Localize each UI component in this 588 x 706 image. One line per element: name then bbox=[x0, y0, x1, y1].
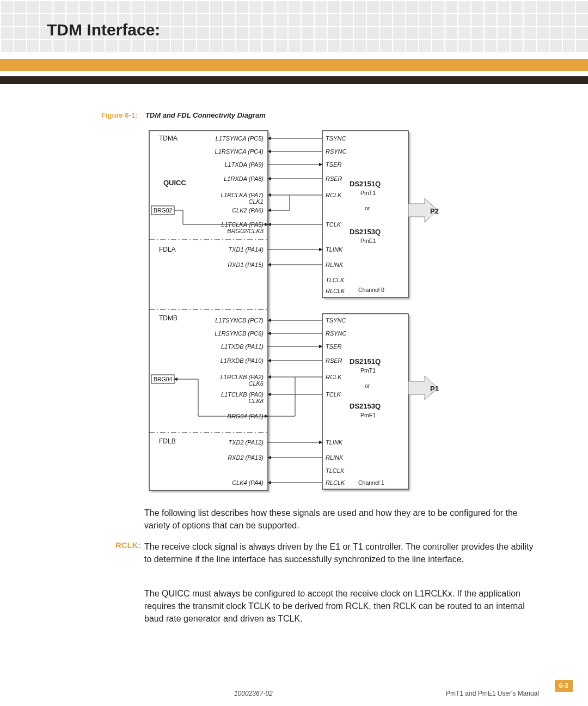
svg-text:L1RCLKB (PA2): L1RCLKB (PA2) bbox=[220, 374, 264, 380]
svg-text:RXD2 (PA13): RXD2 (PA13) bbox=[228, 454, 264, 461]
label-or-0: or bbox=[365, 205, 370, 211]
footer-pagenum: 6-3 bbox=[555, 680, 573, 692]
svg-text:CLK4 (PA4): CLK4 (PA4) bbox=[232, 479, 264, 486]
svg-text:BRG04 (PA1): BRG04 (PA1) bbox=[228, 413, 264, 419]
svg-text:TLINK: TLINK bbox=[326, 439, 343, 446]
svg-text:L1RSYNCA (PC4): L1RSYNCA (PC4) bbox=[215, 148, 264, 155]
svg-text:CLK8: CLK8 bbox=[248, 398, 264, 404]
page-title: TDM Interface: bbox=[47, 21, 160, 39]
svg-text:RSER: RSER bbox=[326, 357, 342, 364]
svg-text:L1TCLKA (PA5): L1TCLKA (PA5) bbox=[221, 221, 264, 228]
svg-text:CLK1: CLK1 bbox=[248, 198, 264, 205]
label-pme1-1: PmE1 bbox=[360, 412, 376, 418]
connectivity-diagram: TDMA QUICC FDLA TDMB FDLB DS2151Q PmT1 o… bbox=[144, 127, 449, 496]
svg-text:RLCLK: RLCLK bbox=[326, 288, 345, 294]
svg-rect-5 bbox=[322, 314, 408, 489]
svg-text:P2: P2 bbox=[430, 207, 439, 215]
svg-text:RSYNC: RSYNC bbox=[326, 148, 347, 155]
svg-text:TLCLK: TLCLK bbox=[326, 277, 345, 283]
svg-text:CLK6: CLK6 bbox=[248, 380, 264, 387]
svg-text:TSYNC: TSYNC bbox=[326, 135, 346, 142]
figure-label: Figure 6-1: bbox=[101, 111, 137, 119]
label-ds2151q-1: DS2151Q bbox=[350, 357, 381, 366]
svg-text:RSER: RSER bbox=[326, 175, 342, 182]
svg-text:TCLK: TCLK bbox=[326, 221, 341, 228]
svg-text:RLINK: RLINK bbox=[326, 261, 344, 268]
svg-text:TCLK: TCLK bbox=[326, 391, 341, 398]
label-brg02: BRG02 bbox=[154, 207, 173, 214]
rclk-label: RCLK: bbox=[115, 540, 141, 550]
label-fdla: FDLA bbox=[159, 246, 176, 253]
svg-text:L1TXDA (PA9): L1TXDA (PA9) bbox=[224, 161, 264, 168]
svg-text:L1TCLKB (PA0): L1TCLKB (PA0) bbox=[221, 391, 264, 398]
page: TDM Interface: Figure 6-1: TDM and FDL C… bbox=[0, 0, 588, 706]
orange-band bbox=[0, 59, 588, 71]
svg-text:L1RXDA (PA8): L1RXDA (PA8) bbox=[224, 175, 264, 182]
port-p1-arrow: P1 bbox=[408, 376, 439, 400]
label-brg04: BRG04 bbox=[154, 376, 173, 382]
svg-text:L1RCLKA (PA7): L1RCLKA (PA7) bbox=[220, 192, 264, 198]
svg-text:L1TSYNCA (PC5): L1TSYNCA (PC5) bbox=[216, 135, 264, 142]
label-channel0: Channel 0 bbox=[358, 287, 384, 293]
svg-text:RLCLK: RLCLK bbox=[326, 479, 345, 486]
svg-text:L1RSYNCB (PC6): L1RSYNCB (PC6) bbox=[215, 330, 264, 337]
rclk-paragraph-1: The receive clock signal is always drive… bbox=[144, 540, 539, 565]
label-tdma: TDMA bbox=[159, 135, 177, 142]
svg-text:TSYNC: TSYNC bbox=[326, 317, 346, 324]
svg-text:RXD1 (PA15): RXD1 (PA15) bbox=[228, 261, 264, 268]
label-ds2153q-1: DS2153Q bbox=[350, 402, 381, 410]
svg-text:L1TXDB (PA11): L1TXDB (PA11) bbox=[221, 343, 264, 350]
svg-text:L1RXDB (PA10): L1RXDB (PA10) bbox=[220, 357, 264, 364]
svg-text:RCLK: RCLK bbox=[326, 374, 342, 380]
figure-caption: Figure 6-1: TDM and FDL Connectivity Dia… bbox=[101, 111, 266, 119]
svg-text:TLINK: TLINK bbox=[326, 246, 343, 253]
svg-text:L1TSYNCB (PC7): L1TSYNCB (PC7) bbox=[215, 317, 264, 324]
label-or-1: or bbox=[365, 382, 370, 389]
svg-text:RLINK: RLINK bbox=[326, 454, 344, 461]
footer-docnum: 10002367-02 bbox=[234, 690, 273, 697]
svg-text:TSER: TSER bbox=[326, 161, 341, 168]
label-fdlb: FDLB bbox=[159, 437, 176, 445]
svg-text:RCLK: RCLK bbox=[326, 192, 342, 198]
svg-text:RSYNC: RSYNC bbox=[326, 330, 347, 337]
label-channel1: Channel 1 bbox=[358, 479, 384, 486]
port-p2-arrow: P2 bbox=[408, 198, 439, 222]
svg-rect-4 bbox=[322, 131, 408, 297]
label-ds2151q-0: DS2151Q bbox=[350, 180, 381, 188]
footer-manual: PmT1 and PmE1 User's Manual bbox=[446, 690, 539, 697]
label-ds2153q-0: DS2153Q bbox=[350, 228, 381, 236]
rclk-paragraph-2: The QUICC must always be configured to a… bbox=[144, 587, 539, 625]
svg-text:CLK2 (PA6): CLK2 (PA6) bbox=[232, 207, 264, 214]
figure-title: TDM and FDL Connectivity Diagram bbox=[145, 111, 266, 119]
svg-text:BRG02/CLK3: BRG02/CLK3 bbox=[227, 228, 264, 234]
intro-paragraph: The following list describes how these s… bbox=[144, 507, 539, 532]
label-pme1-0: PmE1 bbox=[360, 238, 376, 244]
label-pmt1-0: PmT1 bbox=[360, 190, 376, 196]
svg-text:TSER: TSER bbox=[326, 343, 341, 350]
dark-band bbox=[0, 76, 588, 84]
label-quicc: QUICC bbox=[163, 179, 187, 187]
svg-text:P1: P1 bbox=[430, 385, 439, 393]
svg-text:TXD2 (PA12): TXD2 (PA12) bbox=[228, 439, 264, 446]
svg-text:TLCLK: TLCLK bbox=[326, 467, 345, 474]
label-pmt1-1: PmT1 bbox=[360, 367, 376, 374]
label-tdmb: TDMB bbox=[159, 314, 177, 322]
svg-text:TXD1 (PA14): TXD1 (PA14) bbox=[228, 246, 264, 253]
